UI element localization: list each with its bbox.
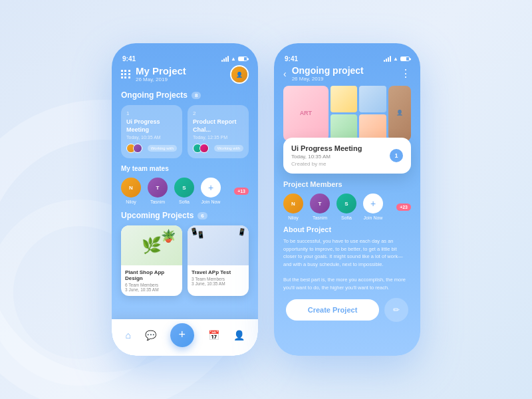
home-nav-icon[interactable]: ⌂ (125, 330, 130, 340)
ongoing-section-header: Ongoing Projects 8 (121, 90, 249, 100)
status-time-2: 9:41 (285, 55, 298, 63)
bottom-nav: ⌂ 💬 + 📅 👤 (112, 319, 258, 356)
about-section: About Project To be successful, you have… (283, 225, 411, 291)
upcoming-cards: 🌿 🪴 Plant Shop App Design 6 Team Members… (121, 225, 249, 296)
battery-icon (238, 57, 247, 61)
project-card-2[interactable]: 2 Product Report Chal... Today, 12:35 PM… (188, 105, 249, 158)
status-icons-1: ▲ (221, 56, 247, 62)
add-fab-button[interactable]: + (170, 323, 194, 347)
card1-avatars (126, 144, 142, 153)
upcoming-card-travel[interactable]: 📱 📱 📱 Travel APp Test 3 Team Members 3 J… (188, 225, 249, 296)
upcoming-section-header: Upcoming Projects 6 (121, 211, 249, 220)
gallery-item-4 (359, 86, 386, 112)
edit-icon-button[interactable]: ✏ (384, 298, 408, 322)
more-options-button[interactable]: ⋮ (400, 67, 411, 80)
gallery-item-6: 👤 (388, 86, 411, 141)
join-now-button[interactable]: + Join Now (201, 178, 221, 204)
back-button[interactable]: ‹ (283, 68, 287, 79)
chat-nav-icon[interactable]: 💬 (145, 330, 156, 340)
phone1: 9:41 ▲ (112, 43, 258, 356)
gallery-grid: ART 👤 (283, 86, 411, 141)
project-number-badge: 1 (390, 149, 403, 162)
team-count-badge: +13 (234, 188, 249, 195)
user-avatar[interactable]: 👤 (230, 65, 249, 84)
profile-nav-icon[interactable]: 👤 (233, 330, 245, 340)
gallery-item-5 (359, 114, 386, 141)
wifi-icon-2: ▲ (393, 56, 398, 62)
create-project-button[interactable]: Create Project (286, 299, 379, 321)
status-bar-2: 9:41 ▲ (283, 51, 411, 65)
status-time-1: 9:41 (122, 55, 136, 63)
phone2-title: Ongoing project 26 May, 2019 (292, 65, 364, 82)
status-bar-1: 9:41 ▲ (121, 51, 249, 65)
members-count-badge: +23 (396, 203, 411, 211)
member-tasnim: T Tasnim (310, 194, 330, 220)
phones-container: 9:41 ▲ (112, 43, 420, 356)
header-title: My Project 26 May, 2019 (136, 65, 186, 82)
gallery-item-3 (331, 114, 358, 141)
travel-card-image: 📱 📱 📱 (188, 225, 249, 265)
member-sofia: S Sofia (336, 194, 356, 220)
plant-card-image: 🌿 🪴 (121, 225, 182, 265)
signal-icon (221, 56, 229, 62)
teammate-tasnim: T Tasnim (148, 178, 168, 204)
upcoming-card-plant[interactable]: 🌿 🪴 Plant Shop App Design 6 Team Members… (121, 225, 182, 296)
calendar-nav-icon[interactable]: 📅 (208, 330, 219, 340)
project-card-1[interactable]: 1 Ui Progress Meeting Today, 10:35 AM Wo… (121, 105, 182, 158)
card2-avatars (193, 144, 209, 153)
about-text: To be successful, you have to use each d… (283, 237, 411, 291)
gallery-item-2 (331, 86, 358, 112)
join-now-button-2[interactable]: + Join Now (363, 194, 383, 220)
phone1-header: My Project 26 May, 2019 👤 (121, 65, 249, 84)
bottom-actions: Create Project ✏ (283, 298, 411, 322)
teammate-niloy: N Niloy (121, 178, 141, 204)
member-niloy: N Niloy (283, 194, 303, 220)
phone2-header: ‹ Ongoing project 26 May, 2019 ⋮ (283, 65, 411, 82)
grid-icon[interactable] (121, 70, 130, 78)
project-detail-card: Ui Progress Meeting Today, 10:35 AM Crea… (283, 138, 411, 174)
status-icons-2: ▲ (384, 56, 410, 62)
teammates-section: My team mates N Niloy T Tasnim S Sofia (121, 165, 249, 204)
teammate-sofia: S Sofia (174, 178, 194, 204)
wifi-icon: ▲ (231, 56, 236, 62)
battery-icon-2 (400, 57, 410, 61)
members-section: Project Members N Niloy T Tasnim S Sofia (283, 180, 411, 220)
ongoing-cards: 1 Ui Progress Meeting Today, 10:35 AM Wo… (121, 105, 249, 158)
signal-icon-2 (384, 56, 391, 62)
gallery-item-1: ART (283, 86, 329, 141)
phone2: 9:41 ▲ ‹ Ongoing project 26 (274, 43, 420, 356)
